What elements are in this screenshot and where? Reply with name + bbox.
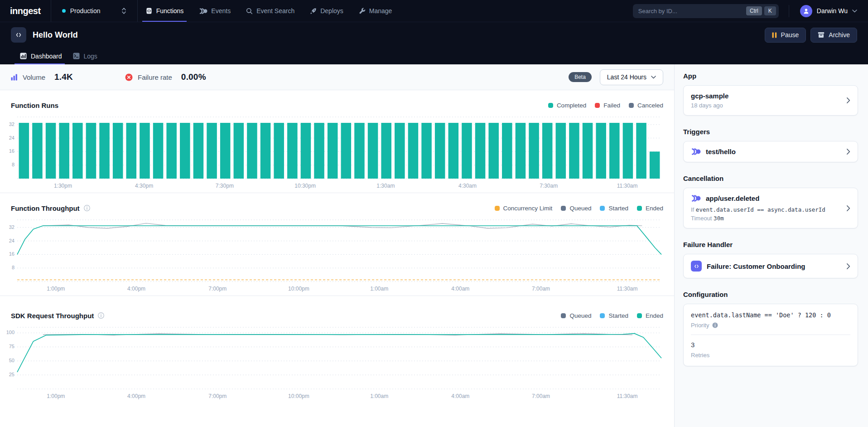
y-axis-tick: 32 bbox=[0, 121, 14, 127]
nav-item-label: Manage bbox=[369, 7, 392, 15]
environment-selector[interactable]: Production bbox=[51, 0, 137, 22]
chart-legend: CompletedFailedCanceled bbox=[548, 102, 663, 109]
sdk-request-throughput-chart: 255075100 1:00pm4:00pm7:00pm10:00pm1:00a… bbox=[0, 326, 674, 401]
divider bbox=[691, 335, 850, 335]
user-name: Darwin Wu bbox=[817, 7, 848, 15]
failure-handler-card[interactable]: Failure: Customer Onboarding bbox=[683, 254, 858, 278]
function-runs-section: Function Runs CompletedFailedCanceled 81… bbox=[0, 90, 674, 193]
legend-item: Failed bbox=[595, 102, 620, 109]
legend-swatch bbox=[637, 313, 642, 318]
app-card[interactable]: gcp-sample 18 days ago bbox=[683, 85, 858, 116]
section-heading: Triggers bbox=[683, 128, 858, 136]
rocket-icon bbox=[310, 8, 317, 15]
cancellation-expression: event.data.userId == async.data.userId bbox=[696, 206, 825, 213]
environment-label: Production bbox=[70, 7, 117, 15]
nav-item-manage[interactable]: Manage bbox=[351, 0, 400, 22]
time-range-value: Last 24 Hours bbox=[607, 73, 646, 81]
environment-status-dot bbox=[62, 9, 66, 13]
nav-item-events[interactable]: Events bbox=[191, 0, 238, 22]
terminal-icon bbox=[73, 53, 80, 59]
tab-dashboard[interactable]: Dashboard bbox=[14, 48, 68, 64]
archive-label: Archive bbox=[829, 31, 850, 39]
y-axis-tick: 100 bbox=[0, 330, 14, 335]
time-range-select[interactable]: Last 24 Hours bbox=[600, 69, 663, 85]
y-axis-tick: 8 bbox=[0, 162, 14, 167]
app-last-synced: 18 days ago bbox=[691, 102, 842, 109]
page-title: Hello World bbox=[33, 30, 78, 40]
timeout-value: 30m bbox=[714, 215, 724, 222]
volume-label: Volume bbox=[23, 73, 45, 81]
tab-logs[interactable]: Logs bbox=[68, 48, 103, 64]
x-axis-label: 10:30pm bbox=[287, 183, 323, 189]
retries-label: Retries bbox=[691, 352, 850, 359]
function-tabs: Dashboard Logs bbox=[11, 48, 857, 64]
inngest-logo[interactable]: inngest bbox=[0, 0, 51, 22]
archive-button[interactable]: Archive bbox=[810, 28, 857, 43]
failure-rate-value: 0.00% bbox=[181, 72, 206, 82]
legend-item: Ended bbox=[637, 205, 663, 212]
chevron-right-icon bbox=[847, 97, 850, 103]
nav-item-label: Events bbox=[211, 7, 231, 15]
function-header: Hello World Pause Archive Dashboard Logs bbox=[0, 22, 868, 64]
legend-swatch bbox=[637, 206, 642, 211]
nav-item-deploys[interactable]: Deploys bbox=[302, 0, 351, 22]
person-icon bbox=[803, 8, 810, 15]
configuration-section: Configuration event.data.lastName == 'Do… bbox=[683, 291, 858, 366]
function-icon bbox=[691, 261, 702, 272]
nav-item-functions[interactable]: Functions bbox=[138, 0, 192, 22]
x-axis-label: 7:30pm bbox=[207, 183, 243, 189]
x-axis-label: 11:30am bbox=[609, 393, 646, 399]
section-heading: Failure Handler bbox=[683, 241, 858, 248]
x-axis-label: 1:00am bbox=[361, 286, 397, 292]
sdk-request-throughput-section: SDK Request Throughput QueuedStartedEnde… bbox=[0, 296, 674, 403]
pause-button[interactable]: Pause bbox=[765, 28, 806, 43]
function-throughput-chart: 8162432 1:00pm4:00pm7:00pm10:00pm1:00am4… bbox=[0, 218, 674, 294]
trigger-card[interactable]: test/hello bbox=[683, 141, 858, 162]
x-axis-label: 4:00pm bbox=[118, 286, 154, 292]
y-axis-tick: 32 bbox=[0, 224, 14, 230]
legend-item: Started bbox=[600, 205, 628, 212]
chart-legend: QueuedStartedEnded bbox=[561, 312, 663, 319]
configuration-card: event.data.lastName == 'Doe' ? 120 : 0 P… bbox=[683, 304, 858, 366]
failure-handler-name: Failure: Customer Onboarding bbox=[707, 262, 805, 270]
cancellation-card[interactable]: app/user.deleted If event.data.userId ==… bbox=[683, 188, 858, 228]
failure-rate-metric: Failure rate 0.00% bbox=[125, 72, 206, 82]
legend-swatch bbox=[495, 206, 500, 211]
x-axis-label: 4:00am bbox=[442, 286, 478, 292]
event-icon bbox=[691, 195, 701, 202]
section-heading: Cancellation bbox=[683, 175, 858, 182]
x-axis-label: 7:00pm bbox=[199, 286, 236, 292]
failure-rate-label: Failure rate bbox=[138, 73, 172, 81]
search-input[interactable] bbox=[638, 8, 744, 15]
search-icon bbox=[246, 8, 253, 15]
archive-icon bbox=[818, 32, 825, 38]
details-sidebar: App gcp-sample 18 days ago Triggers test… bbox=[675, 64, 868, 427]
tab-label: Dashboard bbox=[31, 53, 62, 60]
user-menu[interactable]: Darwin Wu bbox=[789, 5, 868, 17]
app-name: gcp-sample bbox=[691, 92, 842, 100]
x-axis-label: 1:30am bbox=[367, 183, 404, 189]
y-axis-tick: 50 bbox=[0, 358, 14, 363]
top-nav: inngest Production Functions Events Even… bbox=[0, 0, 868, 22]
info-icon[interactable] bbox=[712, 322, 718, 328]
search-box[interactable]: Ctrl K bbox=[633, 4, 779, 18]
x-axis-label: 7:30am bbox=[530, 183, 567, 189]
priority-expression: event.data.lastName == 'Doe' ? 120 : 0 bbox=[691, 311, 850, 319]
nav-item-event-search[interactable]: Event Search bbox=[238, 0, 302, 22]
nav-item-label: Event Search bbox=[256, 7, 294, 15]
volume-metric: Volume 1.4K bbox=[11, 72, 73, 82]
timeout-label: Timeout bbox=[691, 215, 712, 222]
tab-label: Logs bbox=[84, 53, 97, 60]
y-axis-tick: 16 bbox=[0, 251, 14, 257]
avatar bbox=[800, 5, 812, 17]
info-icon[interactable] bbox=[84, 205, 90, 211]
event-icon bbox=[691, 148, 701, 155]
function-icon bbox=[11, 27, 26, 43]
nav-right: Ctrl K Darwin Wu bbox=[633, 0, 868, 22]
info-icon[interactable] bbox=[98, 312, 104, 319]
failure-icon bbox=[125, 73, 133, 81]
x-axis-label: 4:30am bbox=[449, 183, 486, 189]
trigger-event-name: test/hello bbox=[706, 148, 736, 155]
x-axis-label: 1:00pm bbox=[38, 393, 74, 399]
if-label: If bbox=[691, 206, 694, 213]
